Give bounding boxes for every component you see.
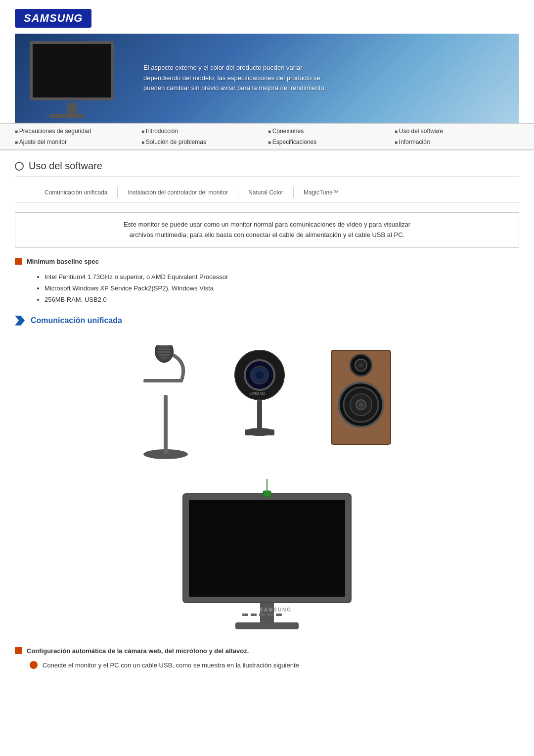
svg-point-18 [256,371,264,379]
page-title-row: Uso del software [15,160,519,177]
page-title-icon [15,162,24,171]
banner-monitor-base [49,114,84,118]
nav-item-precauciones[interactable]: Precauciones de seguridad [15,127,139,136]
step-1-text: Conecte el monitor y el PC con un cable … [43,661,301,670]
monitor-large-graphic: SAMSUNG [168,479,366,632]
nav-item-solucion[interactable]: Solución de problemas [141,138,266,146]
svg-point-35 [359,403,363,407]
nav-item-introduccion[interactable]: Introducción [141,127,266,136]
tab-comunicacion[interactable]: Comunicación unificada [15,187,118,198]
devices-illustration: LIFECAM [15,340,519,464]
svg-rect-22 [245,429,274,435]
nav-item-conexiones[interactable]: Conexiones [268,127,393,136]
unified-comm-header: Comunicación unificada [15,316,519,326]
svg-line-4 [450,73,519,123]
banner: El aspecto externo y el color del produc… [15,34,519,123]
main-content: Uso del software Comunicación unificada … [0,150,534,684]
min-spec-list: Intel Pentium4 1.73GHz o superior, o AMD… [44,271,519,306]
svg-rect-37 [189,500,345,597]
tab-magictune[interactable]: MagicTune™ [294,187,349,198]
svg-text:LIFECAM: LIFECAM [250,392,265,395]
info-box: Este monitor se puede usar como un monit… [15,212,519,248]
nav-bar: Precauciones de seguridad Introducción C… [0,123,534,150]
nav-item-especificaciones[interactable]: Especificaciones [268,138,393,146]
svg-rect-7 [164,395,168,454]
webcam-graphic: LIFECAM [227,345,292,459]
svg-point-30 [358,363,363,368]
svg-rect-38 [263,491,271,497]
page-title: Uso del software [29,160,102,172]
step-1-row: Conecte el monitor y el PC con un cable … [30,661,519,670]
svg-rect-8 [143,379,183,382]
svg-rect-42 [242,614,248,616]
svg-rect-43 [251,614,257,616]
svg-line-3 [430,63,519,123]
nav-item-informacion[interactable]: Información [395,138,519,146]
header: SAMSUNG El aspecto externo y el color de… [0,0,534,123]
auto-config-bullet-icon [15,647,22,654]
samsung-logo: SAMSUNG [15,9,91,28]
min-spec-bullet-icon [15,258,22,265]
tab-nav: Comunicación unificada Instalación del c… [15,187,519,202]
svg-line-1 [391,44,519,123]
svg-rect-46 [276,614,282,616]
monitor-large-container: SAMSUNG [15,479,519,632]
min-spec-section-header: Minimum baseline spec [15,258,519,265]
list-item: Intel Pentium4 1.73GHz o superior, o AMD… [44,271,519,283]
svg-rect-44 [259,614,265,616]
speaker-graphic [321,345,400,459]
unified-comm-title: Comunicación unificada [31,316,122,325]
list-item: Microsoft Windows XP Service Pack2(SP2),… [44,283,519,294]
svg-rect-20 [257,400,262,429]
tab-instalacion[interactable]: Instalación del controlador del monitor [118,187,238,198]
auto-config-title: Configuración automática de la cámara we… [27,647,249,655]
nav-item-uso-software[interactable]: Uso del software [395,127,519,136]
banner-monitor-graphic [25,39,124,118]
tab-natural-color[interactable]: Natural Color [238,187,294,198]
step-1-circle-icon [30,661,38,669]
list-item: 256MB RAM, USB2.0 [44,294,519,305]
microphone-graphic [134,345,198,459]
nav-item-ajuste[interactable]: Ajuste del monitor [15,138,139,146]
auto-config-header: Configuración automática de la cámara we… [15,647,519,655]
banner-decoration [371,34,519,123]
min-spec-title: Minimum baseline spec [27,258,99,265]
svg-line-5 [470,88,519,123]
blue-arrow-icon [15,316,25,326]
banner-monitor-screen [30,41,114,100]
svg-rect-45 [267,614,273,616]
svg-text:SAMSUNG: SAMSUNG [260,607,292,613]
info-box-text: Este monitor se puede usar como un monit… [124,221,410,238]
banner-text: El aspecto externo y el color del produc… [143,63,331,94]
svg-rect-40 [235,622,299,629]
